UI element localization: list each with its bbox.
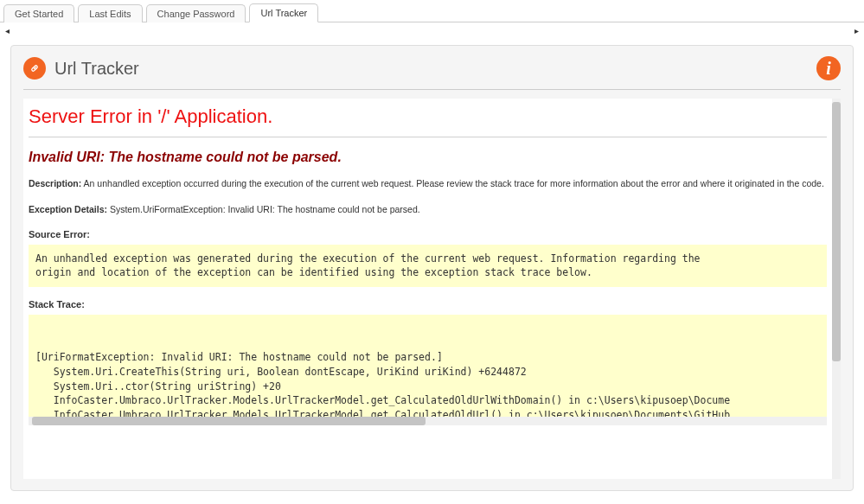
- content-scroll-area: Server Error in '/' Application. Invalid…: [23, 99, 841, 479]
- panel-header: Url Tracker i: [23, 56, 841, 90]
- horizontal-scrollbar[interactable]: [29, 417, 827, 425]
- stack-trace-text: [UriFormatException: Invalid URI: The ho…: [35, 351, 730, 425]
- scroll-right-icon[interactable]: ▸: [854, 26, 859, 35]
- error-subtitle: Invalid URI: The hostname could not be p…: [29, 150, 827, 165]
- scroll-left-icon[interactable]: ◂: [5, 26, 10, 35]
- stack-trace-code: [UriFormatException: Invalid URI: The ho…: [29, 315, 827, 425]
- chain-link-icon: [23, 57, 46, 80]
- source-error-label: Source Error:: [29, 229, 827, 239]
- tab-get-started[interactable]: Get Started: [3, 4, 74, 22]
- source-error-code: An unhandled exception was generated dur…: [29, 245, 827, 287]
- vertical-scroll-thumb[interactable]: [832, 102, 841, 361]
- horizontal-scroll-thumb[interactable]: [32, 417, 426, 425]
- tab-strip: Get Started Last Edits Change Password U…: [0, 0, 864, 22]
- panel-title: Url Tracker: [54, 59, 816, 79]
- vertical-scrollbar[interactable]: [832, 99, 841, 479]
- description-label: Description:: [29, 178, 81, 188]
- divider: [29, 137, 827, 137]
- error-title: Server Error in '/' Application.: [29, 105, 827, 135]
- exception-details-text: System.UriFormatException: Invalid URI: …: [110, 204, 420, 214]
- tab-scroll-row: ◂ ▸: [0, 22, 864, 38]
- description-paragraph: Description: An unhandled exception occu…: [29, 177, 827, 191]
- content-body: Server Error in '/' Application. Invalid…: [23, 99, 832, 479]
- stack-trace-label: Stack Trace:: [29, 299, 827, 309]
- description-text: An unhandled exception occurred during t…: [84, 178, 824, 188]
- tab-url-tracker[interactable]: Url Tracker: [249, 3, 318, 22]
- exception-details-paragraph: Exception Details: System.UriFormatExcep…: [29, 203, 827, 217]
- main-panel: Url Tracker i Server Error in '/' Applic…: [10, 45, 854, 491]
- tab-last-edits[interactable]: Last Edits: [78, 4, 142, 22]
- exception-details-label: Exception Details:: [29, 204, 107, 214]
- info-icon[interactable]: i: [816, 56, 841, 80]
- tab-change-password[interactable]: Change Password: [146, 4, 246, 22]
